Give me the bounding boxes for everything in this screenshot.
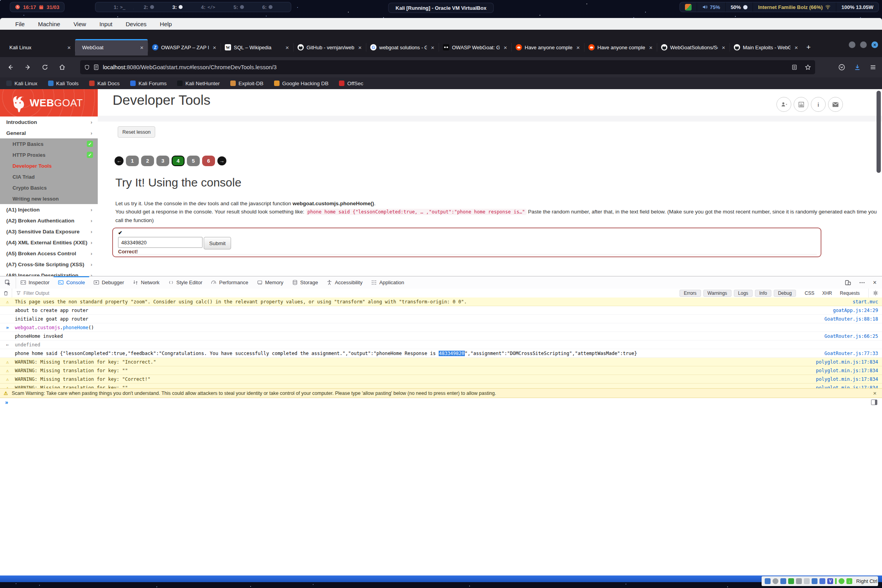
submit-button[interactable]: Submit	[204, 237, 231, 249]
url-bar[interactable]: localhost:8080/WebGoat/start.mvc#lesson/…	[80, 60, 815, 74]
indicator-icon[interactable]	[835, 578, 837, 584]
sidebar-section-introduction[interactable]: Introduction›	[0, 117, 98, 127]
reset-lesson-button[interactable]: Reset lesson	[118, 126, 155, 138]
maximize-button[interactable]	[860, 41, 867, 48]
workspace-item[interactable]: 2:	[143, 4, 154, 10]
source-link[interactable]: polyglot.min.js:17:834	[816, 359, 878, 365]
sidebar-item-http-proxies[interactable]: HTTP Proxies✓	[0, 149, 98, 160]
source-link[interactable]: GoatRouter.js:77:33	[825, 351, 878, 356]
filter-errors-button[interactable]: Errors	[679, 290, 701, 297]
browser-tab[interactable]: Kali Linux×	[2, 39, 75, 56]
user-menu-button[interactable]	[776, 97, 791, 112]
brightness-widget[interactable]: 50%	[725, 2, 753, 12]
sync-icon[interactable]	[839, 578, 844, 584]
source-link[interactable]: goatApp.js:24:29	[833, 308, 878, 313]
workspace-switcher[interactable]: 1:>_2:3:4:</>5:6:	[95, 2, 291, 12]
source-link[interactable]: polyglot.min.js:17:834	[816, 376, 878, 382]
devtools-tab-memory[interactable]: Memory	[253, 276, 288, 289]
downloads-icon[interactable]	[854, 64, 861, 71]
browser-tab[interactable]: Main Exploits - WebG×	[730, 39, 802, 56]
report-card-button[interactable]	[794, 97, 808, 112]
menu-machine[interactable]: Machine	[31, 18, 67, 30]
workspace-item[interactable]: 5:	[233, 4, 244, 10]
next-page-button[interactable]: →	[217, 156, 226, 165]
page-button-6[interactable]: 6	[202, 156, 215, 166]
devtools-tab-application[interactable]: Application	[367, 276, 409, 289]
tab-close-icon[interactable]: ×	[430, 44, 436, 51]
bookmark-item[interactable]: Kali Forums	[130, 81, 167, 86]
browser-tab[interactable]: Have anyone complet×	[511, 39, 584, 56]
close-button[interactable]: ×	[871, 41, 878, 48]
devtools-tab-storage[interactable]: Storage	[288, 276, 323, 289]
menu-view[interactable]: View	[67, 18, 93, 30]
tab-close-icon[interactable]: ×	[721, 44, 726, 51]
source-link[interactable]: GoatRouter.js:66:25	[825, 333, 878, 339]
devtools-tab-performance[interactable]: Performance	[206, 276, 252, 289]
sidebar-section--a3-sensitive-data-exposure[interactable]: (A3) Sensitive Data Exposure›	[0, 226, 98, 237]
browser-tab[interactable]: WebGoatSolutions/So×	[657, 39, 730, 56]
page-button-3[interactable]: 3	[156, 156, 169, 166]
sidebar-section--a5-broken-access-control[interactable]: (A5) Broken Access Control›	[0, 248, 98, 259]
bookmark-item[interactable]: Kali Linux	[6, 81, 38, 86]
panel-status-area[interactable]: 75% 50% Internet Familie Bolz (66%) 100%…	[679, 2, 879, 12]
panel-clock-widget[interactable]: 16:17 31/03	[10, 2, 65, 12]
sidebar-item-writing-new-lesson[interactable]: Writing new lesson	[0, 193, 98, 204]
menu-file[interactable]: File	[9, 18, 31, 30]
optical-disc-icon[interactable]	[773, 578, 778, 584]
reload-button[interactable]	[38, 61, 52, 74]
menu-devices[interactable]: Devices	[119, 18, 153, 30]
browser-tab[interactable]: WSQL – Wikipedia×	[220, 39, 293, 56]
tab-close-icon[interactable]: ×	[66, 44, 72, 51]
filter-debug-button[interactable]: Debug	[774, 290, 796, 297]
filter-css-button[interactable]: CSS	[801, 290, 817, 296]
console-input-row[interactable]: »	[0, 398, 882, 407]
sidebar-section--a4-xml-external-entities-xxe-[interactable]: (A4) XML External Entities (XXE)›	[0, 237, 98, 248]
source-link[interactable]: start.mvc	[853, 299, 878, 305]
sidebar-item-cia-triad[interactable]: CIA Triad	[0, 171, 98, 182]
page-button-2[interactable]: 2	[141, 156, 154, 166]
page-button-1[interactable]: 1	[126, 156, 139, 166]
clear-console-icon[interactable]	[0, 289, 12, 298]
webgoat-logo[interactable]: WEBGOAT	[0, 89, 98, 117]
pocket-icon[interactable]	[838, 64, 845, 71]
shield-icon[interactable]	[84, 64, 90, 71]
network-icon[interactable]	[788, 578, 794, 584]
source-link[interactable]: polyglot.min.js:17:834	[816, 368, 878, 373]
menu-help[interactable]: Help	[153, 18, 179, 30]
devtools-close-icon[interactable]: ×	[873, 279, 877, 286]
sidebar-item-http-basics[interactable]: HTTP Basics✓	[0, 138, 98, 149]
bookmark-item[interactable]: OffSec	[339, 81, 363, 86]
tray-indicator[interactable]	[680, 2, 697, 12]
minimize-button[interactable]	[849, 41, 855, 48]
page-scrollbar[interactable]	[877, 91, 881, 274]
devtools-tab-accessibility[interactable]: Accessibility	[322, 276, 367, 289]
filter-requests-button[interactable]: Requests	[837, 290, 863, 296]
pick-element-icon[interactable]	[0, 276, 16, 289]
page-button-5[interactable]: 5	[187, 156, 200, 166]
forward-button[interactable]	[21, 61, 34, 74]
sidebar-section--a7-cross-site-scripting-xss-[interactable]: (A7) Cross-Site Scripting (XSS)›	[0, 259, 98, 270]
responsive-design-icon[interactable]	[845, 280, 851, 286]
workspace-item[interactable]: 1:>_	[114, 4, 125, 10]
bookmark-star-icon[interactable]	[805, 64, 811, 71]
tab-close-icon[interactable]: ×	[575, 44, 581, 51]
shared-folder-icon[interactable]	[804, 578, 810, 584]
tab-close-icon[interactable]: ×	[357, 44, 363, 51]
tab-close-icon[interactable]: ×	[793, 44, 799, 51]
contact-button[interactable]	[828, 97, 843, 112]
about-button[interactable]: i	[811, 97, 826, 112]
prev-page-button[interactable]: ←	[115, 156, 124, 165]
browser-tab[interactable]: GitHub - vernjan/web×	[293, 39, 366, 56]
windows-icon[interactable]	[819, 578, 825, 584]
browser-tab[interactable]: Gwebgoat solutions - G×	[366, 39, 439, 56]
sidebar-item-developer-tools[interactable]: Developer Tools	[0, 160, 98, 171]
console-settings-gear-icon[interactable]	[868, 289, 882, 298]
devtools-tab-network[interactable]: Network	[128, 276, 164, 289]
devtools-menu-icon[interactable]	[859, 280, 865, 286]
browser-tab[interactable]: ZOWASP ZAP – ZAP Int×	[148, 39, 220, 56]
usb-icon[interactable]	[796, 578, 802, 584]
filter-logs-button[interactable]: Logs	[734, 290, 753, 297]
filter-xhr-button[interactable]: XHR	[819, 290, 835, 296]
workspace-item[interactable]: 6:	[262, 4, 273, 10]
devtools-tab-inspector[interactable]: Inspector	[16, 276, 54, 289]
